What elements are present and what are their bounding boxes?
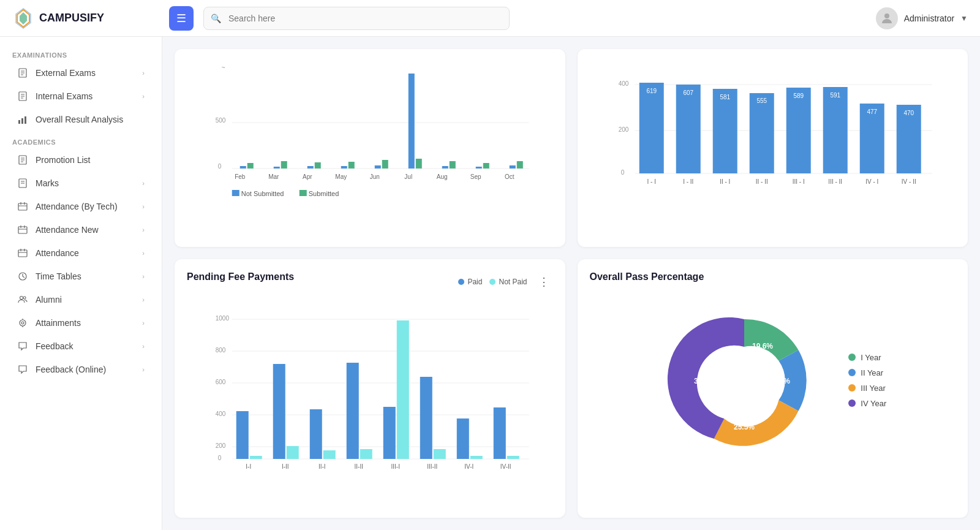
year-chart-card: 400 200 0 619 607 581 — [578, 49, 968, 247]
svg-text:I-I: I-I — [246, 463, 251, 470]
svg-rect-127 — [310, 409, 322, 459]
svg-rect-124 — [273, 364, 285, 459]
legend-ii-year: II Year — [848, 368, 886, 377]
svg-text:IV - I: IV - I — [865, 178, 878, 185]
svg-rect-52 — [307, 166, 314, 168]
search-input[interactable] — [203, 7, 510, 30]
svg-text:Not Submitted: Not Submitted — [241, 190, 284, 197]
external-exams-chevron: › — [142, 69, 145, 77]
svg-rect-22 — [18, 203, 27, 210]
submission-chart-svg: ~ 500 0 — [187, 61, 553, 202]
admin-name: Administrator — [904, 13, 954, 23]
svg-rect-131 — [360, 449, 372, 459]
donut-wrap: 21.5% 25.5% 33.4% 19.6% I Year II Year — [590, 295, 956, 466]
feedback-label: Feedback — [36, 341, 135, 351]
svg-text:591: 591 — [830, 92, 840, 99]
legend-iv-year: IV Year — [848, 399, 886, 408]
feedback-chevron: › — [142, 343, 145, 350]
sidebar-item-attainments[interactable]: Attainments › — [5, 311, 157, 335]
svg-rect-139 — [457, 418, 469, 459]
svg-text:33.4%: 33.4% — [694, 377, 715, 385]
svg-rect-93 — [786, 88, 810, 173]
legend-paid-label: Paid — [467, 278, 482, 286]
svg-rect-54 — [341, 166, 347, 168]
svg-text:III-I: III-I — [391, 463, 400, 470]
feedback-online-icon — [17, 364, 28, 375]
svg-text:21.5%: 21.5% — [769, 377, 790, 385]
sidebar-item-alumni[interactable]: Alumni › — [5, 288, 157, 311]
donut-chart-svg: 21.5% 25.5% 33.4% 19.6% — [658, 295, 830, 466]
pending-fee-header: Pending Fee Payments Paid Not Paid ⋮ — [187, 271, 553, 292]
legend-iii-year: III Year — [848, 384, 886, 393]
time-tables-chevron: › — [142, 273, 145, 280]
main-content: ~ 500 0 — [162, 37, 980, 530]
legend-i-year: I Year — [848, 353, 886, 362]
svg-text:I - II: I - II — [683, 178, 693, 185]
sidebar-item-attendance-new[interactable]: Attendance New › — [5, 218, 157, 241]
sidebar-item-promotion-list[interactable]: Promotion List — [5, 148, 157, 172]
sidebar-item-internal-exams[interactable]: Internal Exams › — [5, 85, 157, 108]
sidebar-item-overall-result[interactable]: Overall Result Analysis — [5, 108, 157, 131]
header-right: Administrator ▼ — [876, 7, 968, 29]
svg-rect-13 — [21, 118, 23, 124]
year-chart-area: 400 200 0 619 607 581 — [590, 61, 956, 205]
internal-exams-label: Internal Exams — [36, 91, 135, 101]
feedback-online-chevron: › — [142, 366, 145, 373]
svg-text:200: 200 — [618, 126, 628, 133]
svg-text:19.6%: 19.6% — [752, 342, 773, 350]
sidebar-item-external-exams[interactable]: External Exams › — [5, 61, 157, 85]
svg-rect-58 — [409, 74, 415, 168]
donut-legend: I Year II Year III Year IV Year — [848, 353, 886, 408]
feedback-icon — [17, 341, 28, 352]
svg-rect-137 — [434, 449, 446, 459]
svg-text:607: 607 — [683, 89, 693, 96]
sidebar-item-feedback[interactable]: Feedback › — [5, 335, 157, 358]
sidebar-item-marks[interactable]: Marks › — [5, 172, 157, 195]
svg-text:Oct: Oct — [505, 173, 514, 180]
avatar — [876, 7, 898, 29]
svg-text:200: 200 — [216, 442, 226, 449]
svg-text:III - I: III - I — [792, 178, 804, 185]
svg-rect-95 — [823, 87, 847, 173]
more-options-button[interactable]: ⋮ — [535, 274, 553, 290]
svg-rect-140 — [470, 456, 483, 459]
attendance-new-chevron: › — [142, 226, 145, 233]
legend-paid-dot — [458, 279, 464, 285]
sidebar-item-time-tables[interactable]: Time Tables › — [5, 265, 157, 288]
svg-rect-60 — [442, 166, 448, 168]
svg-rect-12 — [18, 120, 20, 124]
sidebar-item-attendance-tech[interactable]: Attendance (By Tech) › — [5, 195, 157, 218]
submission-chart-area: ~ 500 0 — [187, 61, 553, 205]
svg-rect-125 — [287, 446, 299, 459]
svg-text:581: 581 — [720, 94, 730, 100]
svg-rect-50 — [274, 167, 280, 168]
internal-exams-icon — [17, 91, 28, 102]
svg-text:~: ~ — [222, 64, 225, 71]
svg-point-37 — [20, 297, 23, 300]
legend-not-paid-label: Not Paid — [499, 278, 527, 286]
search-icon: 🔍 — [211, 13, 221, 23]
legend-paid: Paid — [458, 278, 482, 286]
svg-point-38 — [23, 297, 26, 299]
alumni-chevron: › — [142, 296, 145, 303]
svg-rect-30 — [18, 250, 27, 257]
svg-rect-61 — [450, 161, 456, 168]
attendance-label: Attendance — [36, 248, 135, 258]
svg-rect-143 — [507, 456, 519, 459]
svg-text:Sep: Sep — [470, 173, 481, 180]
svg-text:Feb: Feb — [235, 173, 246, 180]
svg-text:II-II: II-II — [355, 463, 363, 470]
svg-rect-64 — [510, 165, 516, 168]
pass-percentage-title: Overall Pass Percentage — [590, 271, 956, 282]
external-exams-icon — [17, 67, 28, 78]
hamburger-button[interactable]: ☰ — [169, 6, 194, 31]
section-label-academics: Academics — [0, 131, 162, 148]
attendance-new-label: Attendance New — [36, 225, 135, 235]
pending-fee-legend: Paid Not Paid — [458, 278, 527, 286]
sidebar-item-feedback-online[interactable]: Feedback (Online) › — [5, 358, 157, 381]
sidebar-item-attendance[interactable]: Attendance › — [5, 241, 157, 265]
svg-rect-14 — [24, 116, 26, 124]
svg-text:II - II: II - II — [755, 178, 767, 185]
attendance-tech-chevron: › — [142, 203, 145, 210]
iv-year-dot — [848, 399, 856, 407]
